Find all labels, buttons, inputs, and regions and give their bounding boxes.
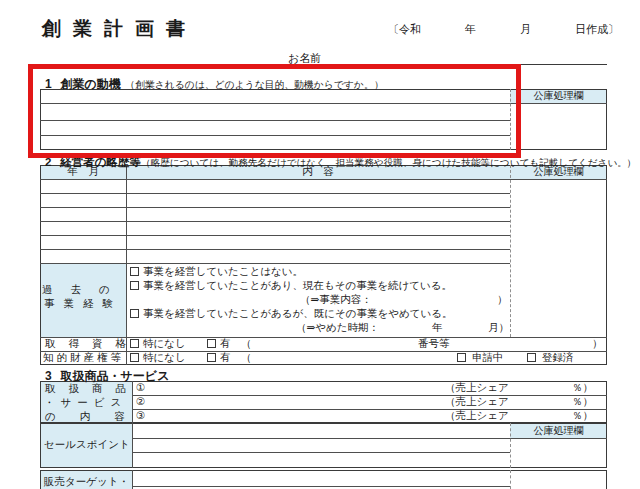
table-line: [40, 221, 510, 222]
table-line: [132, 486, 510, 487]
koko-header-label-2: 公庫処理欄: [510, 165, 607, 179]
koko-header-label-3: 公庫処理欄: [510, 424, 607, 438]
product-item-number: ③: [136, 409, 145, 423]
checkbox-ip-none: [130, 353, 139, 362]
ip-label: 知的財産権等: [43, 351, 124, 365]
ip-none-label: 特になし: [143, 351, 186, 365]
checkbox-ip-applying: [457, 353, 466, 362]
products-label-3: の内容: [45, 410, 149, 424]
table-line: [40, 249, 510, 250]
sales-share-pct: ％）: [572, 395, 593, 409]
option-quit-business: 事業を経営していたことがあるが、既にその事業をやめている。: [143, 307, 452, 321]
qual-close-paren: ）: [592, 337, 603, 351]
table-line: [132, 452, 510, 453]
option-no-experience: 事業を経営していたことはない。: [143, 265, 303, 279]
table-line: [132, 438, 607, 439]
sales-points-label: セールスポイント: [44, 438, 130, 452]
sales-share-label: （売上シェア: [445, 395, 509, 409]
table-line: [40, 193, 510, 194]
table-line: [40, 235, 510, 236]
checkbox-ip-have: [207, 353, 216, 362]
koko-column-divider: [510, 165, 511, 337]
current-business-detail: （⇒事業内容：: [300, 293, 372, 307]
table-line: [40, 351, 607, 352]
quit-business-detail: （⇒やめた時期：: [296, 321, 379, 335]
qual-number-label: 番号等: [418, 337, 450, 351]
quit-business-year: 年: [432, 321, 443, 335]
sales-share-pct: ％）: [572, 409, 593, 423]
option-current-business: 事業を経営していたことがあり、現在もその事業を続けている。: [143, 279, 452, 293]
checkbox-qual-have: [207, 339, 216, 348]
date-column-divider: [126, 165, 127, 365]
ip-applying-label: 申請中: [472, 351, 504, 365]
product-item-number: ②: [136, 395, 145, 409]
sales-share-pct: ％）: [572, 381, 593, 395]
ip-registered-label: 登録済: [542, 351, 574, 365]
table-line: [40, 207, 510, 208]
table-line: [132, 395, 607, 396]
table-line: [132, 409, 607, 410]
label-column-divider: [132, 423, 133, 468]
col-header-content: 内 容: [126, 165, 510, 179]
ip-have-label: 有 （: [220, 351, 252, 365]
products-label-1: 取扱商品: [45, 382, 139, 396]
sales-share-label: （売上シェア: [445, 381, 509, 395]
col-header-date: 年 月: [40, 165, 126, 179]
sales-share-label: （売上シェア: [445, 409, 509, 423]
quit-business-close: 月）: [488, 321, 509, 335]
table-line: [40, 263, 510, 264]
highlight-annotation-box: [28, 64, 521, 158]
past-experience-label-1: 過去の: [42, 283, 124, 297]
products-label-2: ・サービス: [44, 396, 127, 410]
section3-name: 取扱商品・サービス: [61, 369, 170, 383]
checkbox-quit-business: [130, 309, 139, 318]
past-experience-label-2: 事業経験: [42, 297, 124, 311]
checkbox-qual-none: [130, 339, 139, 348]
creation-date-note: 〔令和 年 月 日作成〕: [388, 22, 619, 36]
koko-column-divider: [510, 470, 511, 489]
business-plan-form-page: 創業計画書 〔令和 年 月 日作成〕 お名前 1 創業の動機 （創業されるのは、…: [0, 0, 640, 489]
qual-have-label: 有 （: [220, 337, 252, 351]
qualification-label: 取得資格: [45, 337, 139, 351]
qual-none-label: 特になし: [143, 337, 186, 351]
current-business-close: ）: [497, 293, 508, 307]
checkbox-no-experience: [130, 267, 139, 276]
page-title: 創業計画書: [42, 16, 197, 42]
checkbox-current-business: [130, 281, 139, 290]
name-label: お名前: [288, 51, 321, 65]
sales-target-label: 販売ターゲット・: [44, 475, 129, 489]
checkbox-ip-registered: [527, 353, 536, 362]
koko-header-label-1: 公庫処理欄: [510, 89, 607, 103]
section3-number: 3: [45, 369, 52, 383]
product-item-number: ①: [136, 381, 145, 395]
